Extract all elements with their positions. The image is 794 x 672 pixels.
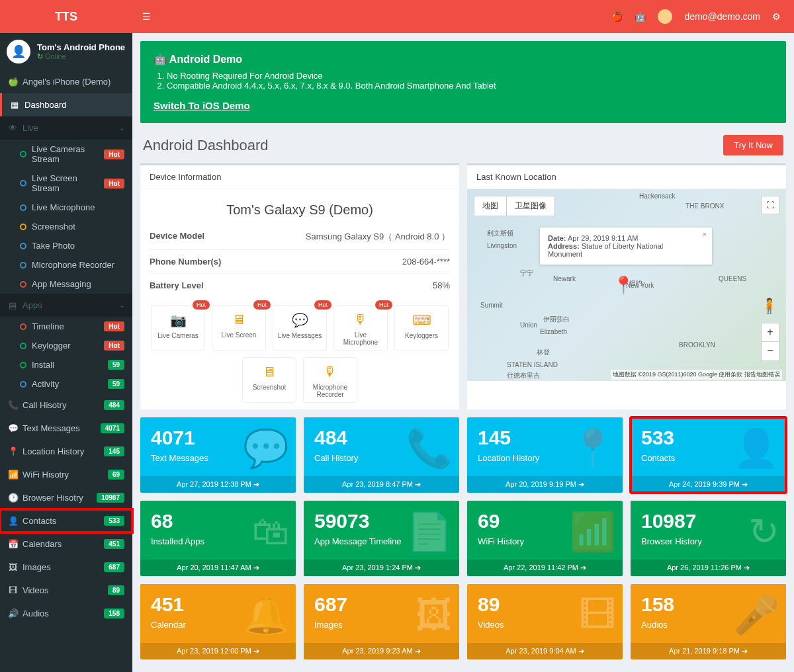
stat-card-app-message-timeline[interactable]: 59073App Message Timeline📄Apr 23, 2019 1…: [304, 501, 459, 576]
badge: 451: [104, 539, 124, 549]
quick-action-button[interactable]: ⌨Keyloggers: [394, 305, 449, 351]
pegman-icon[interactable]: 🧍: [760, 298, 778, 315]
sidebar-item[interactable]: Live Microphone: [13, 198, 132, 217]
sidebar-item[interactable]: Live Screen StreamHot: [13, 169, 132, 198]
stat-footer: Apr 23, 2019 12:00 PM: [140, 643, 296, 659]
map[interactable]: 地图 卫星图像 ⛶ × Date: Apr 29, 2019 9:11 AM A…: [467, 189, 786, 381]
chevron-down-icon: ⌄: [119, 302, 124, 309]
stat-icon: 🔔: [243, 593, 289, 637]
badge: Hot: [104, 149, 124, 159]
stat-card-images[interactable]: 687Images🖼Apr 23, 2019 9:23 AM: [304, 584, 459, 659]
quick-action-button[interactable]: Hot📷Live Cameras: [151, 305, 205, 351]
badge: 59: [108, 360, 124, 370]
map-type-satellite[interactable]: 卫星图像: [507, 196, 554, 216]
map-place-label: THE BRONX: [685, 202, 724, 210]
sidebar-item[interactable]: Install59: [13, 355, 132, 374]
stat-card-contacts[interactable]: 533Contacts👤Apr 24, 2019 9:39 PM: [631, 417, 786, 493]
badge: 145: [104, 446, 124, 456]
device-name: Tom's Android Phone: [37, 42, 125, 52]
map-place-label: Hackensack: [639, 192, 675, 200]
sidebar-item[interactable]: Microphone Recorder: [13, 255, 132, 274]
try-it-now-button[interactable]: Try It Now: [723, 135, 783, 155]
sidebar-item[interactable]: TimelineHot: [13, 317, 132, 336]
stat-card-browser-history[interactable]: 10987Browser History↻Apr 26, 2019 11:26 …: [631, 501, 786, 576]
map-type-toggle: 地图 卫星图像: [474, 196, 555, 216]
stat-icon: 🎞: [579, 593, 616, 636]
apple-icon: 🍏: [8, 77, 17, 87]
brand-logo[interactable]: TTS: [0, 10, 132, 24]
map-type-map[interactable]: 地图: [474, 196, 507, 216]
bullet-icon: [20, 151, 26, 157]
badge: 533: [104, 516, 124, 526]
sidebar-item-audios[interactable]: 🔊Audios158: [0, 602, 132, 625]
close-icon[interactable]: ×: [703, 230, 707, 238]
map-place-label: Livingston: [487, 242, 517, 249]
quick-action-button[interactable]: 🎙Microphone Recorder: [303, 357, 357, 403]
quick-action-button[interactable]: 🖥Screenshot: [242, 357, 296, 403]
android-icon[interactable]: 🤖: [635, 11, 646, 22]
sidebar-item-location-history[interactable]: 📍Location History145: [0, 440, 132, 463]
menu-icon: 💬: [8, 423, 17, 433]
quick-icon: 📷: [155, 312, 200, 328]
sidebar-item-videos[interactable]: 🎞Videos89: [0, 579, 132, 602]
sidebar-item-text-messages[interactable]: 💬Text Messages4071: [0, 417, 132, 440]
apple-icon[interactable]: 🍎: [611, 11, 623, 22]
quick-icon: 💬: [277, 312, 322, 328]
stat-footer: Apr 24, 2019 9:39 PM: [631, 476, 786, 493]
badge: 59: [108, 379, 124, 389]
stat-card-installed-apps[interactable]: 68Installed Apps🛍Apr 20, 2019 11:47 AM: [140, 501, 296, 576]
stat-card-wifi-history[interactable]: 69WiFi History📶Apr 22, 2019 11:42 PM: [467, 501, 623, 576]
avatar[interactable]: [658, 9, 672, 24]
sidebar-item-browser-hisotry[interactable]: 🕑Browser Hisotry10987: [0, 486, 132, 509]
sidebar-item[interactable]: Activity59: [13, 374, 132, 394]
sidebar-item-call-hisotry[interactable]: 📞Call Hisotry484: [0, 394, 132, 417]
sidebar-item-demo-device[interactable]: 🍏 Angel's iPhone (Demo): [0, 70, 132, 93]
bullet-icon: [20, 180, 26, 187]
sidebar-item-contacts[interactable]: 👤Contacts533: [0, 509, 132, 532]
info-row: Device ModelSamsung Galaxy S9（ Android 8…: [150, 224, 450, 250]
stat-card-text-messages[interactable]: 4071Text Messages💬Apr 27, 2019 12:38 PM: [140, 417, 296, 493]
zoom-out-button[interactable]: −: [762, 342, 779, 360]
stat-card-videos[interactable]: 89Videos🎞Apr 23, 2019 9:04 AM: [467, 584, 623, 659]
sidebar-section-live[interactable]: 👁 Live ⌄: [0, 116, 132, 140]
info-row: Phone Number(s)208-664-****: [150, 250, 450, 274]
stat-card-call-history[interactable]: 484Call History📞Apr 23, 2019 8:47 PM: [304, 417, 459, 493]
sidebar-item[interactable]: Screenshot: [13, 217, 132, 236]
sidebar-item-wifi-hisotry[interactable]: 📶WiFi Hisotry69: [0, 463, 132, 486]
stat-footer: Apr 23, 2019 8:47 PM: [304, 476, 459, 493]
zoom-in-button[interactable]: +: [762, 323, 779, 342]
device-title: Tom's Galaxy S9 (Demo): [150, 196, 450, 224]
quick-icon: 🖥: [247, 364, 292, 380]
quick-action-button[interactable]: Hot🖥Live Screen: [212, 305, 266, 351]
quick-action-button[interactable]: Hot💬Live Messages: [273, 305, 327, 351]
device-avatar-icon: 👤: [7, 40, 30, 63]
sidebar-item[interactable]: App Messaging: [13, 274, 132, 294]
sidebar-item[interactable]: Live Cameras StreamHot: [13, 140, 132, 169]
stat-icon: 📍: [570, 427, 616, 470]
quick-icon: 🎙: [338, 312, 383, 327]
stat-card-location-history[interactable]: 145Location History📍Apr 20, 2019 9:19 PM: [467, 417, 623, 493]
map-info-window: × Date: Apr 29, 2019 9:11 AM Address: St…: [540, 228, 712, 265]
stat-card-audios[interactable]: 158Audios🎤Apr 21, 2019 9:18 PM: [631, 584, 786, 659]
info-row: Battery Level58%: [150, 274, 450, 297]
quick-action-button[interactable]: Hot🎙Live Microphone: [333, 305, 388, 351]
stat-card-calendar[interactable]: 451Calendar🔔Apr 23, 2019 12:00 PM: [140, 584, 296, 659]
user-email[interactable]: demo@demo.com: [684, 11, 760, 22]
badge: Hot: [104, 179, 124, 189]
stat-footer: Apr 23, 2019 1:24 PM: [304, 560, 459, 576]
fullscreen-icon[interactable]: ⛶: [761, 196, 779, 214]
badge: Hot: [104, 321, 124, 331]
sidebar-item-dashboard[interactable]: ▦ Dashboard: [0, 93, 132, 116]
sidebar-item-calendars[interactable]: 📅Calendars451: [0, 532, 132, 556]
menu-toggle-icon[interactable]: ☰: [132, 11, 161, 22]
sidebar-item[interactable]: KeyloggerHot: [13, 336, 132, 355]
switch-demo-link[interactable]: Switch To iOS Demo: [154, 100, 250, 111]
settings-icon[interactable]: ⚙: [772, 11, 781, 22]
sidebar-item-images[interactable]: 🖼Images687: [0, 556, 132, 579]
sidebar-section-apps[interactable]: ▤ Apps ⌄: [0, 294, 132, 317]
chevron-down-icon: ⌄: [119, 124, 124, 132]
sidebar-item[interactable]: Take Photo: [13, 236, 132, 255]
hot-badge: Hot: [375, 300, 392, 310]
menu-icon: 🎞: [8, 585, 17, 595]
menu-icon: 📶: [8, 470, 17, 480]
